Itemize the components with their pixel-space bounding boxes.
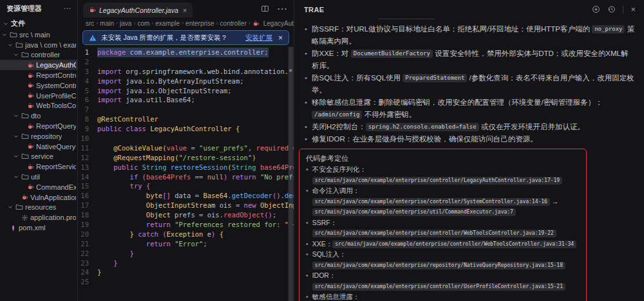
tree-folder-java-com-exampl[interactable]: java \ com \ exampl... bbox=[0, 40, 77, 50]
tree-folder-src-main[interactable]: src \ main bbox=[0, 30, 77, 40]
tree-item-label: ReportService.... bbox=[36, 163, 76, 170]
split-editor-icon[interactable] bbox=[261, 5, 269, 13]
breadcrumb-item[interactable]: src bbox=[86, 20, 94, 27]
code-line-13[interactable]: 13 public String restoreSession(String b… bbox=[78, 163, 294, 172]
code-token: public bbox=[113, 163, 142, 172]
inline-code-chip[interactable]: src/main/java/com/example/enterprise/con… bbox=[312, 198, 550, 206]
tree-file-application-prop[interactable]: application.prop... bbox=[0, 212, 77, 223]
tree-file-systemcontrol[interactable]: SystemControl... bbox=[0, 80, 77, 91]
code-line-5[interactable]: 5import java.io.ObjectInputStream; bbox=[78, 86, 294, 96]
files-section-header[interactable]: 文件 bbox=[0, 17, 77, 30]
tree-file-webtoolscont[interactable]: WebToolsCont... bbox=[0, 101, 77, 111]
code-line-11[interactable]: 11 @CookieValue(value = "user_prefs", re… bbox=[78, 143, 294, 153]
code-line-25[interactable]: 25 bbox=[78, 277, 294, 287]
code-line-7[interactable]: 7 bbox=[78, 105, 294, 114]
code-line-15[interactable]: 15 try { bbox=[78, 181, 294, 191]
tab-legacyauthcontroller[interactable]: LegacyAuthController.java × bbox=[83, 3, 193, 17]
code-line-22[interactable]: 22 } bbox=[78, 249, 294, 259]
bullet-icon: • bbox=[305, 72, 307, 96]
tree-item-label: NativeQueryR... bbox=[36, 143, 76, 150]
code-token: { bbox=[146, 181, 150, 191]
breadcrumb-file[interactable]: LegacyAuthC bbox=[263, 20, 294, 27]
tree-folder-resources[interactable]: resources bbox=[0, 203, 77, 213]
bullet-icon: • bbox=[306, 270, 308, 291]
editor-scrollbar-thumb[interactable] bbox=[289, 47, 293, 301]
code-token: = bbox=[195, 191, 204, 201]
breadcrumb-item[interactable]: java bbox=[120, 20, 131, 27]
tree-file-reportqueryd[interactable]: ReportQueryD... bbox=[0, 121, 77, 131]
inline-code-chip[interactable]: src/main/java/com/example/enterprise/uti… bbox=[312, 208, 516, 216]
gear-icon bbox=[21, 214, 28, 221]
breadcrumb-separator-icon: › bbox=[133, 20, 135, 26]
code-line-23[interactable]: 23 } bbox=[78, 259, 294, 268]
tree-folder-dto[interactable]: dto bbox=[0, 111, 77, 121]
install-extension-link[interactable]: 安装扩展 bbox=[245, 33, 272, 42]
inline-code-chip[interactable]: src/main/java/com/example/enterprise/con… bbox=[312, 230, 556, 237]
breadcrumb-item[interactable]: main bbox=[100, 20, 114, 27]
code-line-8[interactable]: 8@RestController bbox=[78, 114, 294, 124]
tree-folder-controller[interactable]: controller bbox=[0, 50, 77, 60]
code-line-16[interactable]: 16 byte[] data = Base64.getDecoder().dec… bbox=[78, 191, 294, 201]
code-token bbox=[97, 163, 113, 172]
code-line-1[interactable]: 1package com.example.enterprise.controll… bbox=[78, 48, 294, 57]
code-line-3[interactable]: 3import org.springframework.web.bind.ann… bbox=[78, 67, 294, 77]
bullet-icon: • bbox=[306, 239, 308, 250]
tree-file-nativequeryr[interactable]: NativeQueryR... bbox=[0, 141, 77, 152]
tree-folder-repository[interactable]: repository bbox=[0, 131, 77, 141]
inline-code-chip[interactable]: src/main/java/com/example/enterprise/con… bbox=[332, 241, 576, 248]
code-line-14[interactable]: 14 if (base64Prefs == null) return "No p… bbox=[78, 172, 294, 182]
code-line-6[interactable]: 6import java.util.Base64; bbox=[78, 95, 294, 105]
tree-folder-util[interactable]: util bbox=[0, 172, 77, 182]
editor-scrollbar[interactable] bbox=[288, 47, 294, 301]
line-number: 18 bbox=[78, 210, 97, 220]
code-line-10[interactable]: 10 bbox=[78, 134, 294, 143]
line-number: 20 bbox=[78, 230, 97, 239]
tree-file-reportservice[interactable]: ReportService.... bbox=[0, 161, 77, 172]
tree-file-userprofileco[interactable]: UserProfileCo... bbox=[0, 91, 77, 101]
code-line-17[interactable]: 17 ObjectInputStream ois = new ObjectInp… bbox=[78, 201, 294, 210]
code-line-18[interactable]: 18 Object prefs = ois.readObject(); bbox=[78, 210, 294, 220]
notification-close-icon[interactable]: × bbox=[277, 33, 283, 42]
chevron-down-icon bbox=[7, 42, 14, 48]
header-divider bbox=[623, 6, 623, 14]
code-line-21[interactable]: 21 return "Error"; bbox=[78, 239, 294, 249]
tree-folder-service[interactable]: service bbox=[0, 152, 77, 162]
code-editor[interactable]: 1package com.example.enterprise.controll… bbox=[78, 47, 294, 287]
code-reference-item: •SSRF：src/main/java/com/example/enterpri… bbox=[306, 217, 580, 239]
tree-file-legacyauthco[interactable]: LegacyAuthCo... bbox=[0, 60, 77, 70]
tree-file-vulnapplication-j[interactable]: VulnApplication.j... bbox=[0, 192, 77, 203]
code-token: () bbox=[272, 191, 281, 201]
code-line-4[interactable]: 4import java.io.ByteArrayInputStream; bbox=[78, 77, 294, 86]
breadcrumb: src›main›java›com›example›enterprise›con… bbox=[78, 17, 294, 29]
code-line-2[interactable]: 2 bbox=[78, 57, 294, 67]
code-line-20[interactable]: 20 } catch (Exception e) { bbox=[78, 230, 294, 239]
code-line-12[interactable]: 12 @RequestMapping("/restore-session") bbox=[78, 153, 294, 163]
breadcrumb-item[interactable]: enterprise bbox=[185, 20, 214, 27]
folder-icon bbox=[21, 132, 29, 140]
tab-close-icon[interactable]: × bbox=[183, 6, 187, 14]
inline-code-chip[interactable]: src/main/java/com/example/enterprise/con… bbox=[312, 177, 563, 185]
tree-file-pom-xml[interactable]: pom.xml bbox=[0, 223, 77, 233]
tree-item-label: LegacyAuthCo... bbox=[36, 61, 76, 69]
editor-more-icon[interactable]: ⋯ bbox=[277, 3, 287, 15]
tree-file-commandexe[interactable]: CommandExe... bbox=[0, 182, 77, 192]
code-reference-box: 代码参考定位 •不安全反序列化：src/main/java/com/exampl… bbox=[299, 149, 587, 301]
history-icon[interactable] bbox=[607, 5, 616, 14]
code-line-19[interactable]: 19 return "Preferences restored for: " +… bbox=[78, 220, 294, 230]
explorer-more-icon[interactable]: ⋯ bbox=[63, 4, 71, 13]
code-line-24[interactable]: 24} bbox=[78, 268, 294, 277]
new-chat-icon[interactable] bbox=[592, 5, 600, 14]
code-line-9[interactable]: 9public class LegacyAuthController { bbox=[78, 124, 294, 134]
tree-file-reportcontroll[interactable]: ReportControll... bbox=[0, 70, 77, 80]
chevron-down-icon bbox=[13, 51, 19, 58]
inline-code-chip[interactable]: src/main/java/com/example/enterprise/rep… bbox=[312, 262, 565, 269]
panel-close-icon[interactable]: × bbox=[630, 5, 636, 14]
breadcrumb-item[interactable]: controller bbox=[220, 20, 247, 27]
code-token: readObject bbox=[223, 210, 264, 220]
breadcrumb-item[interactable]: example bbox=[155, 20, 180, 27]
code-token: java.util.Base64 bbox=[122, 95, 191, 105]
chevron-down-icon bbox=[1, 32, 8, 38]
java-file-icon bbox=[27, 72, 34, 79]
inline-code-chip[interactable]: src/main/java/com/example/enterprise/con… bbox=[312, 283, 565, 291]
breadcrumb-item[interactable]: com bbox=[137, 20, 149, 27]
